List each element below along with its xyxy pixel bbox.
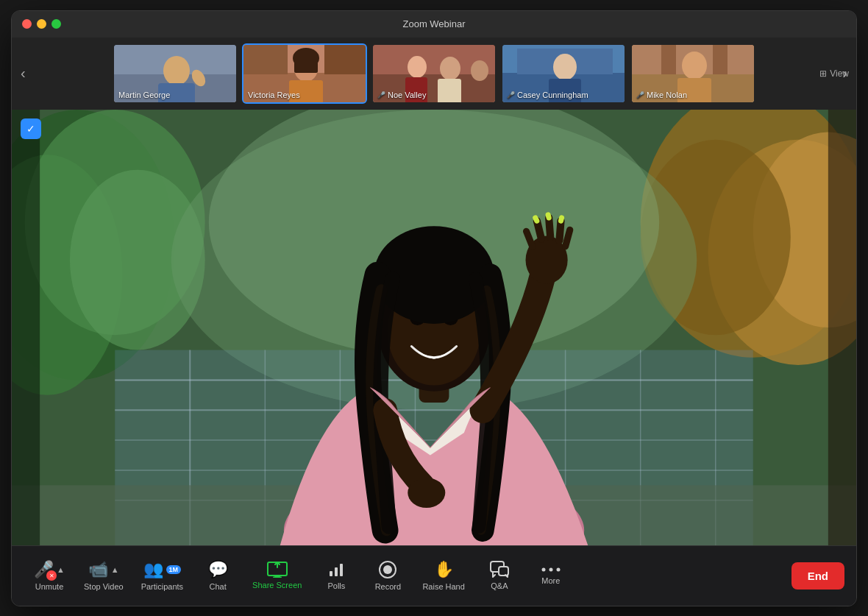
participants-count: 1M <box>166 565 182 574</box>
thumbnails-bar: ‹ Martin George <box>12 38 856 110</box>
raise-hand-icon: ✋ <box>434 560 454 579</box>
thumbnails-prev[interactable]: ‹ <box>18 65 29 82</box>
unmute-label: Unmute <box>35 582 64 591</box>
svg-line-75 <box>536 217 537 220</box>
svg-rect-8 <box>324 45 366 74</box>
record-icon <box>378 560 397 579</box>
svg-point-30 <box>682 52 707 79</box>
svg-rect-88 <box>499 567 508 576</box>
thumbnail-martin-george[interactable]: Martin George <box>113 43 238 104</box>
svg-point-89 <box>541 568 545 572</box>
svg-point-78 <box>408 478 445 508</box>
svg-point-2 <box>163 56 190 85</box>
chat-icon: 💬 <box>208 560 228 579</box>
thumb-label-5: 🎤 Mike Nolan <box>636 91 687 99</box>
raise-hand-label: Raise Hand <box>422 582 464 591</box>
minimize-button[interactable] <box>37 19 46 29</box>
zoom-check-badge: ✓ <box>21 118 41 139</box>
stop-video-button[interactable]: 📹 ▲ Stop Video <box>75 556 132 595</box>
zoom-window: Zoom Webinar ‹ <box>11 10 857 606</box>
svg-rect-83 <box>335 567 338 576</box>
svg-rect-59 <box>828 110 856 545</box>
microphone-icon: 🎤 ✕ ▲ <box>34 560 65 579</box>
polls-label: Polls <box>327 581 345 590</box>
thumbnails-list: Martin George <box>33 43 836 104</box>
svg-point-90 <box>549 568 552 572</box>
traffic-lights <box>22 19 61 29</box>
titlebar: Zoom Webinar <box>12 11 856 38</box>
thumb-label-1: Martin George <box>118 91 170 99</box>
thumb-label-4: 🎤 Casey Cunningham <box>507 91 588 99</box>
svg-line-70 <box>537 221 541 238</box>
mute-icon-4: 🎤 <box>507 91 515 99</box>
thumbnail-noe-valley[interactable]: 🎤 Noe Valley <box>371 43 497 104</box>
end-button[interactable]: End <box>791 562 844 590</box>
svg-rect-81 <box>273 577 282 578</box>
share-screen-label: Share Screen <box>252 581 302 590</box>
mute-indicator: ✕ <box>46 570 57 581</box>
participants-icon: 👥 1M <box>143 560 182 579</box>
share-screen-button[interactable]: Share Screen <box>243 557 310 594</box>
mute-icon-5: 🎤 <box>636 91 644 99</box>
qa-label: Q&A <box>491 581 508 590</box>
record-button[interactable]: Record <box>362 556 413 595</box>
record-label: Record <box>375 582 401 591</box>
svg-rect-28 <box>661 45 676 74</box>
participants-label: Participants <box>141 582 183 591</box>
qa-button[interactable]: Q&A <box>474 556 525 595</box>
svg-line-72 <box>559 221 561 241</box>
svg-line-76 <box>548 214 549 217</box>
window-title: Zoom Webinar <box>402 18 465 29</box>
svg-rect-7 <box>243 45 288 74</box>
polls-icon <box>327 561 345 578</box>
svg-rect-12 <box>294 58 318 73</box>
maximize-button[interactable] <box>51 19 61 29</box>
thumb-label-3: 🎤 Noe Valley <box>377 91 426 99</box>
svg-point-15 <box>408 56 427 78</box>
more-icon <box>541 566 561 573</box>
more-label: More <box>541 576 560 585</box>
mute-icon-3: 🎤 <box>377 91 385 99</box>
svg-rect-18 <box>438 79 461 102</box>
svg-line-73 <box>566 230 570 246</box>
thumbnail-casey-cunningham[interactable]: 🎤 Casey Cunningham <box>501 43 626 104</box>
unmute-chevron: ▲ <box>57 565 65 574</box>
polls-button[interactable]: Polls <box>310 556 362 595</box>
chat-button[interactable]: 💬 Chat <box>192 556 243 595</box>
thumbnail-victoria-reyes[interactable]: Victoria Reyes <box>242 43 367 104</box>
toolbar: 🎤 ✕ ▲ Unmute 📹 ▲ Stop Video 👥 1M Partici… <box>12 545 856 606</box>
thumb-label-2: Victoria Reyes <box>248 91 300 99</box>
chat-label: Chat <box>209 582 226 591</box>
raise-hand-button[interactable]: ✋ Raise Hand <box>413 556 473 595</box>
svg-line-77 <box>561 217 561 220</box>
video-chevron: ▲ <box>111 565 119 574</box>
svg-point-91 <box>556 568 560 572</box>
participants-button[interactable]: 👥 1M Participants <box>132 556 192 595</box>
close-button[interactable] <box>22 19 32 29</box>
svg-rect-58 <box>12 110 40 545</box>
svg-rect-29 <box>713 45 728 74</box>
share-screen-icon <box>267 562 288 578</box>
more-button[interactable]: More <box>525 562 577 590</box>
qa-icon <box>490 561 509 578</box>
svg-point-23 <box>553 54 577 80</box>
svg-point-19 <box>471 60 488 81</box>
svg-point-17 <box>440 57 460 80</box>
svg-line-71 <box>549 217 550 237</box>
thumbnail-mike-nolan[interactable]: 🎤 Mike Nolan <box>630 43 755 104</box>
view-button[interactable]: ⊞ View <box>819 68 849 79</box>
background-details <box>12 110 856 545</box>
main-video-area: ✓ <box>12 110 856 545</box>
stop-video-label: Stop Video <box>84 582 124 591</box>
svg-rect-82 <box>330 571 332 576</box>
camera-icon: 📹 ▲ <box>88 560 119 579</box>
svg-rect-84 <box>340 564 343 576</box>
svg-point-86 <box>383 565 392 574</box>
unmute-button[interactable]: 🎤 ✕ ▲ Unmute <box>24 556 75 595</box>
